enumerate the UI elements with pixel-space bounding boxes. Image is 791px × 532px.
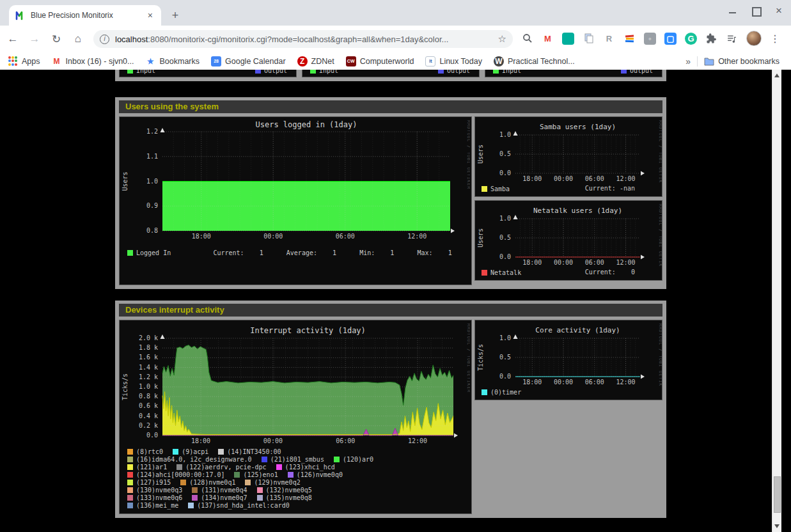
other-bookmarks-button[interactable]: Other bookmarks [704,57,779,66]
tab-close-icon[interactable]: × [146,10,155,20]
graph-legend-item: Input [127,70,155,74]
cutoff-graph-panel[interactable]: InputOutput [302,70,480,77]
folder-icon [704,57,714,66]
copy-pages-extension-icon[interactable] [583,33,595,45]
reload-icon[interactable]: ↻ [47,33,65,46]
r-extension-icon[interactable]: R [603,33,615,45]
zoom-extension-icon[interactable]: ▢ [664,33,677,45]
svg-text:Netatalk users (1day): Netatalk users (1day) [533,207,622,215]
profile-avatar[interactable] [746,31,762,46]
minimize-icon[interactable] [728,6,737,15]
legend-swatch [288,472,294,478]
svg-text:1.0: 1.0 [499,131,511,138]
netatalk-users-graph[interactable]: 1.00.50.018:0000:0006:0012:00Netatalk us… [474,200,662,281]
legend-swatch [493,70,499,74]
samba-users-graph[interactable]: 1.00.50.018:0000:0006:0012:00Samba users… [474,116,662,197]
bookmark-item[interactable]: 28Google Calendar [211,56,286,66]
legend-swatch [334,457,340,462]
legend-item: (9)acpi [173,448,208,455]
grammarly-extension-icon[interactable]: G [685,33,697,45]
bookmark-item[interactable]: WPractical Technol... [494,56,575,66]
tab-title: Blue Precision Monitorix [31,11,146,20]
graph-legend-item: Input [493,70,521,74]
graph-legend-row: Logged In Current: 1 Average: 1 Min: 1 M… [127,249,466,256]
close-icon[interactable]: × [774,6,783,15]
svg-text:12:00: 12:00 [616,259,636,266]
svg-text:Users logged in (1day): Users logged in (1day) [256,120,357,129]
browser-toolbar: ← → ↻ ⌂ i localhost:8080/monitorix-cgi/m… [0,26,791,52]
svg-text:Samba users (1day): Samba users (1day) [540,123,616,131]
bookmark-item[interactable]: ltLinux Today [425,56,482,66]
bookmark-item[interactable]: ★Bookmarks [146,56,200,66]
interrupt-legend: (8)rtc0(9)acpi(14)INT3450:00(16)idma64.0… [127,448,467,509]
svg-text:1.2: 1.2 [146,128,158,135]
graph-legend-row: SambaCurrent: -nan [482,185,658,192]
svg-text:0.0: 0.0 [499,253,511,260]
back-icon[interactable]: ← [4,33,22,45]
legend-swatch [234,472,240,478]
svg-text:Users: Users [121,171,129,191]
home-icon[interactable]: ⌂ [69,33,87,45]
bookmark-item[interactable]: Apps [8,56,40,66]
legend-swatch [621,70,627,74]
core-activity-graph[interactable]: 1.00.50.018:0000:0006:0012:00Core activi… [474,320,662,400]
svg-text:18:00: 18:00 [191,437,210,444]
legend-swatch [482,389,487,395]
legend-item: (124)ahci[0000:00:17.0] [127,471,224,478]
interrupt-legend-row: (121)ar1(122)aerdrv, pcie-dpc(123)xhci_h… [127,463,467,471]
legend-swatch [176,464,182,470]
browser-tab[interactable]: Blue Precision Monitorix × [9,5,161,26]
extensions-puzzle-icon[interactable] [705,33,717,45]
interrupt-activity-graph[interactable]: 2.0 k1.8 k1.6 k1.4 k1.2 k1.0 k0.8 k0.6 k… [119,320,472,514]
scroll-down-icon[interactable] [774,524,779,528]
scroll-up-icon[interactable] [774,74,779,77]
svg-text:Users: Users [477,145,484,164]
gmail-extension-icon[interactable]: M [542,33,554,45]
voice-extension-icon[interactable] [562,33,574,45]
bookmarks-overflow-chevron[interactable]: » [685,56,691,66]
bookmark-item[interactable]: MInbox (16) - sjvn0... [52,56,134,66]
legend-item: (137)snd_hda_intel:card0 [188,502,290,509]
legend-item: (136)mei_me [127,502,178,509]
extension-icons-row: MR◦▢G⋮ [521,31,780,46]
media-queue-icon[interactable] [726,33,738,45]
url-bar[interactable]: i localhost:8080/monitorix-cgi/monitorix… [93,30,513,48]
bookmark-item[interactable]: ZZDNet [297,56,334,66]
svg-text:RRDTOOL / TOBI OETIKER: RRDTOOL / TOBI OETIKER [658,324,662,387]
search-extension-icon[interactable] [521,33,533,45]
keep-extension-icon[interactable]: ◦ [644,33,656,45]
interrupt-legend-row: (8)rtc0(9)acpi(14)INT3450:00 [127,448,467,455]
svg-text:0.5: 0.5 [499,150,511,157]
svg-text:12:00: 12:00 [407,233,427,240]
legend-item: (133)nvme0q6 [127,494,182,501]
bookmark-star-icon[interactable]: ☆ [498,33,506,45]
legend-swatch [173,449,178,455]
svg-text:06:00: 06:00 [585,379,604,386]
svg-text:Ticks/s: Ticks/s [121,373,129,400]
graph-legend-row: NetatalkCurrent: 0 [482,269,658,276]
svg-text:2.0 k: 2.0 k [139,334,158,341]
vertical-scrollbar[interactable] [772,70,781,532]
browser-menu-icon[interactable]: ⋮ [770,33,780,45]
svg-text:06:00: 06:00 [585,175,604,182]
cutoff-graph-panel[interactable]: InputOutput [119,70,297,77]
scrollbar-thumb[interactable] [774,476,781,513]
legend-swatch [127,503,133,508]
legend-swatch [192,487,198,493]
cutoff-graph-panel[interactable]: InputOutput [485,70,662,77]
books-extension-icon[interactable] [623,33,636,45]
legend-item: (134)nvme0q7 [192,494,247,501]
svg-text:00:00: 00:00 [263,233,283,240]
users-logged-in-graph[interactable]: 1.21.11.00.90.818:0000:0006:0012:00Users… [119,116,472,285]
legend-swatch [188,503,194,508]
page-info-icon[interactable]: i [100,35,109,44]
star-icon: ★ [146,56,156,66]
linuxtoday-icon: lt [425,56,435,66]
maximize-icon[interactable] [751,6,760,15]
forward-icon[interactable]: → [26,33,43,45]
legend-swatch [482,186,487,192]
interrupt-legend-row: (136)mei_me(137)snd_hda_intel:card0 [127,501,467,509]
bookmark-item[interactable]: CWComputerworld [346,56,414,66]
computerworld-icon: CW [346,56,356,66]
new-tab-button[interactable]: + [168,9,183,23]
